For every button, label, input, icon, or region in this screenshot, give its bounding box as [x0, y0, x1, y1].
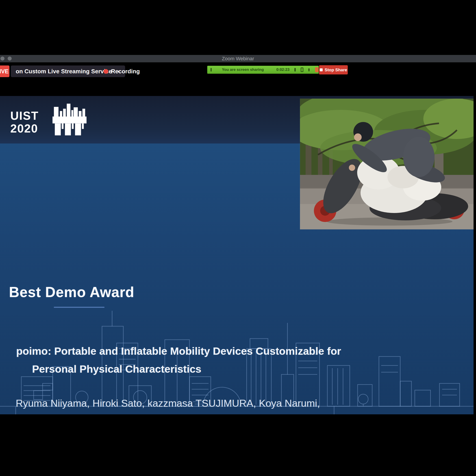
paper-title-line1: poimo: Portable and Inflatable Mobility … [16, 342, 448, 360]
authors-line1: Ryuma Niiyama, Hiroki Sato, kazzmasa TSU… [16, 395, 320, 412]
participants-icon[interactable] [308, 68, 310, 71]
microphone-icon[interactable] [294, 68, 296, 71]
share-info-icon [211, 68, 212, 71]
uist-logo-line1: UIST [10, 109, 39, 122]
recording-indicator: Recording [103, 66, 140, 77]
recording-label: Recording [111, 68, 140, 75]
uist-logo-text: UIST 2020 [10, 109, 39, 135]
window-titlebar: Zoom Webinar [0, 55, 476, 62]
uist-logo-line2: 2020 [10, 122, 39, 135]
live-badge: LIVE [0, 66, 9, 77]
presentation-slide: UIST 2020 [0, 96, 474, 414]
share-timer: 0:02:23 [276, 68, 290, 72]
recording-dot-icon [103, 69, 108, 74]
award-title: Best Demo Award [9, 284, 134, 300]
share-message: You are screen sharing [222, 68, 264, 72]
live-indicator-badge [315, 67, 319, 72]
stop-share-button[interactable]: Stop Share [319, 65, 348, 74]
screen: Zoom Webinar LIVE on Custom Live Streami… [0, 0, 476, 476]
screen-share-bar: You are screen sharing 0:02:23 [207, 66, 319, 74]
stop-icon [320, 68, 323, 71]
authors-line2: Young ah Seong, Ryosuke Yamamura, Yasuak… [22, 412, 320, 414]
paper-title: poimo: Portable and Inflatable Mobility … [0, 342, 448, 378]
uist-buildings-logo-icon [51, 101, 87, 138]
award-title-underline [54, 307, 104, 308]
video-icon[interactable] [301, 68, 303, 72]
stop-share-label: Stop Share [325, 68, 347, 72]
stream-service-label: on Custom Live Streaming Service [16, 68, 112, 75]
authors: Ryuma Niiyama, Hiroki Sato, kazzmasa TSU… [0, 395, 320, 414]
demo-photo [300, 99, 474, 229]
window-title: Zoom Webinar [0, 55, 476, 62]
paper-title-line2: Personal Physical Characteristics [32, 360, 448, 378]
